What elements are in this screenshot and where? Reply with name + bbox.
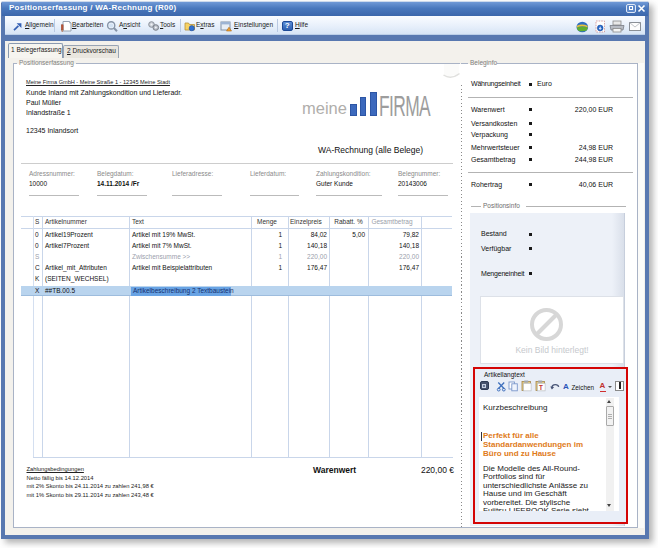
svg-text:T: T <box>539 384 543 391</box>
